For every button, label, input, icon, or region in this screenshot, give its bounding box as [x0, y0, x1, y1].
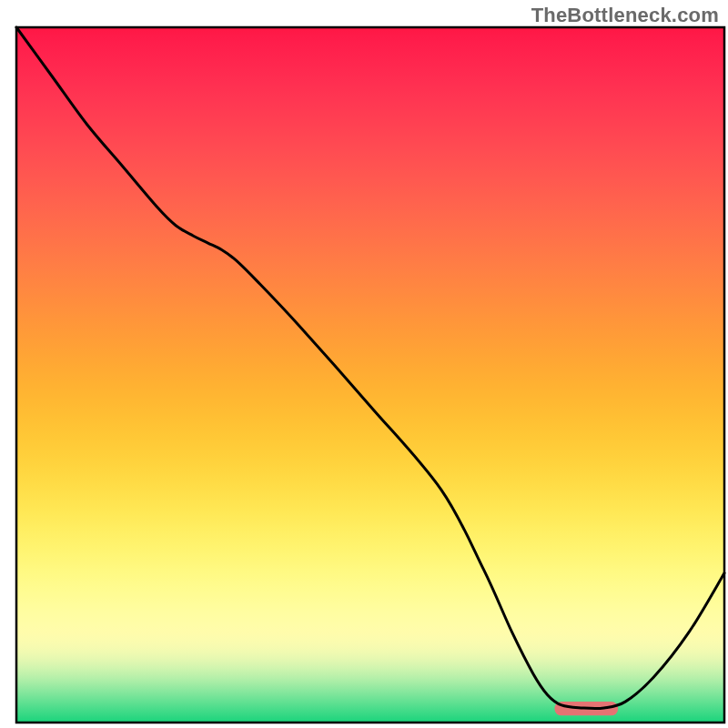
chart-container: TheBottleneck.com	[0, 0, 728, 728]
watermark-label: TheBottleneck.com	[531, 4, 719, 27]
chart-background	[16, 27, 724, 723]
bottleneck-chart	[0, 0, 728, 728]
